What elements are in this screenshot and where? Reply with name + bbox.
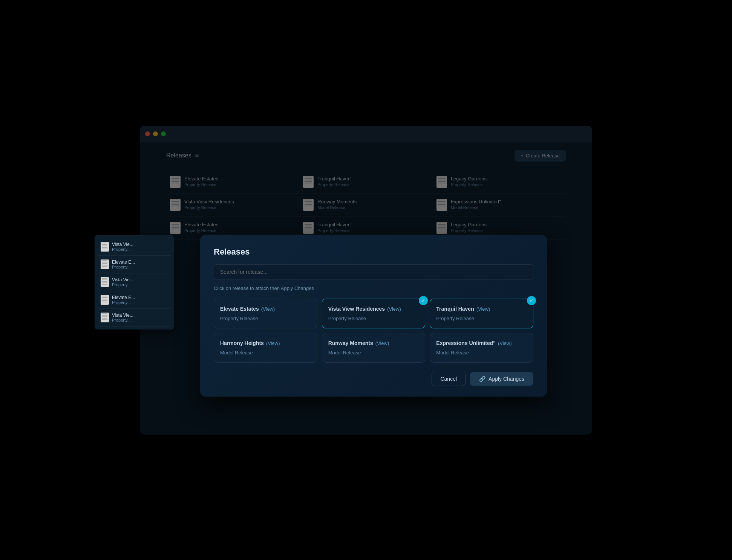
picker-card-type: Property Release (436, 316, 527, 321)
side-list-item[interactable]: Vista Vie... Property... (98, 273, 171, 291)
release-name: Vista Vie... (112, 242, 133, 247)
releases-picker-grid: Elevate Estates (View) Property Release … (214, 299, 533, 363)
check-badge: ✓ (527, 296, 536, 305)
link-icon: 🔗 (479, 376, 485, 382)
release-name: Vista Vie... (112, 313, 133, 318)
modal-instruction: Click on release to attach then Apply Ch… (214, 285, 533, 291)
picker-card-type: Property Release (220, 316, 311, 321)
side-list-item[interactable]: Vista Vie... Property... (98, 238, 171, 256)
check-badge: ✓ (419, 296, 428, 305)
picker-card-view-link[interactable]: (View) (476, 306, 490, 312)
picker-card-view-link[interactable]: (View) (498, 340, 512, 346)
picker-card-type: Property Release (328, 316, 419, 321)
picker-card-name: Vista View Residences (328, 306, 385, 312)
doc-icon (101, 242, 109, 252)
release-name: Elevate E... (112, 295, 135, 300)
release-type: Property... (112, 318, 133, 322)
picker-card-view-link[interactable]: (View) (387, 306, 401, 312)
picker-card-name: Tranquil Haven (436, 306, 474, 312)
side-list-item[interactable]: Elevate E... Property... (98, 291, 171, 309)
app-window: Releases ≡ + Create Release Elevate Esta… (140, 126, 592, 435)
picker-card-type: Model Release (328, 350, 419, 356)
doc-icon (101, 295, 109, 305)
picker-card-name: Harmony Heights (220, 340, 264, 346)
picker-card[interactable]: ✓ Tranquil Haven (View) Property Release (430, 299, 533, 328)
doc-icon (101, 259, 109, 269)
modal-footer: Cancel 🔗 Apply Changes (214, 372, 533, 386)
picker-card-view-link[interactable]: (View) (261, 306, 275, 312)
picker-card-type: Model Release (220, 350, 311, 356)
modal-title: Releases (214, 247, 533, 257)
picker-card[interactable]: ✓ Vista View Residences (View) Property … (322, 299, 426, 328)
side-list-info: Elevate E... Property... (112, 259, 135, 269)
picker-card-view-link[interactable]: (View) (266, 340, 280, 346)
picker-card-view-link[interactable]: (View) (375, 340, 389, 346)
release-type: Property... (112, 300, 135, 305)
picker-card[interactable]: Elevate Estates (View) Property Release (214, 299, 317, 328)
search-input[interactable] (214, 264, 533, 279)
side-list-info: Vista Vie... Property... (112, 277, 133, 287)
release-type: Property... (112, 282, 133, 287)
apply-changes-button[interactable]: 🔗 Apply Changes (470, 372, 533, 386)
cancel-button[interactable]: Cancel (432, 372, 466, 386)
picker-card-name: Runway Moments (328, 340, 373, 346)
side-list-item[interactable]: Elevate E... Property... (98, 256, 171, 273)
release-type: Property... (112, 265, 135, 269)
apply-changes-label: Apply Changes (489, 376, 524, 382)
picker-card-name: Elevate Estates (220, 306, 259, 312)
release-name: Elevate E... (112, 259, 135, 265)
release-type: Property... (112, 247, 133, 252)
side-list-item[interactable]: Vista Vie... Property... (98, 309, 171, 327)
side-list-info: Elevate E... Property... (112, 295, 135, 305)
picker-card[interactable]: Expressions Unlimited" (View) Model Rele… (430, 333, 533, 363)
picker-card[interactable]: Harmony Heights (View) Model Release (214, 333, 317, 363)
releases-modal: Releases Click on release to attach then… (200, 235, 547, 397)
side-list-info: Vista Vie... Property... (112, 242, 133, 252)
picker-card[interactable]: Runway Moments (View) Model Release (322, 333, 426, 363)
picker-card-type: Model Release (436, 350, 527, 356)
picker-card-name: Expressions Unlimited" (436, 340, 496, 346)
release-name: Vista Vie... (112, 277, 133, 282)
side-list: Vista Vie... Property... Elevate E... Pr… (95, 235, 174, 330)
doc-icon (101, 277, 109, 287)
doc-icon (101, 313, 109, 322)
side-list-info: Vista Vie... Property... (112, 313, 133, 322)
